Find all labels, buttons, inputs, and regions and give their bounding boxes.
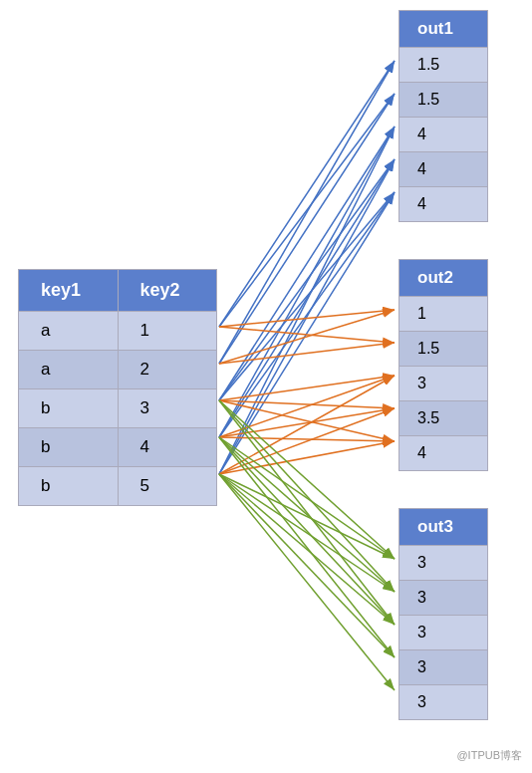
table-row: 4 bbox=[399, 436, 488, 471]
out3-table: out3 3 3 3 3 3 bbox=[399, 508, 488, 720]
table-row: b 3 bbox=[19, 389, 217, 428]
orange-arrow bbox=[219, 310, 395, 364]
orange-arrow bbox=[219, 400, 395, 441]
table-row: 4 bbox=[399, 187, 488, 222]
table-row: 3 bbox=[399, 616, 488, 650]
cell-key1-5: b bbox=[19, 467, 119, 506]
input-table: key1 key2 a 1 a 2 b 3 b 4 b 5 bbox=[18, 269, 217, 506]
out2-row-4: 3.5 bbox=[399, 401, 488, 436]
out3-row-4: 3 bbox=[399, 650, 488, 685]
cell-key1-3: b bbox=[19, 389, 119, 428]
cell-key1-4: b bbox=[19, 428, 119, 467]
blue-arrow bbox=[219, 94, 395, 364]
green-arrow bbox=[219, 400, 395, 559]
cell-key2-4: 4 bbox=[118, 428, 217, 467]
green-arrow bbox=[219, 474, 395, 625]
green-arrow bbox=[219, 474, 395, 657]
out2-row-1: 1 bbox=[399, 297, 488, 332]
blue-arrow bbox=[219, 127, 395, 400]
table-row: 1.5 bbox=[399, 332, 488, 367]
out1-table: out1 1.5 1.5 4 4 4 bbox=[399, 10, 488, 222]
table-row: 4 bbox=[399, 152, 488, 187]
cell-key2-3: 3 bbox=[118, 389, 217, 428]
table-row: 3.5 bbox=[399, 401, 488, 436]
out3-row-2: 3 bbox=[399, 581, 488, 616]
input-header-key1: key1 bbox=[19, 270, 119, 312]
blue-arrow bbox=[219, 192, 395, 437]
out2-row-3: 3 bbox=[399, 367, 488, 401]
cell-key1-1: a bbox=[19, 312, 119, 351]
out1-row-1: 1.5 bbox=[399, 48, 488, 83]
table-row: 1 bbox=[399, 297, 488, 332]
blue-arrow bbox=[219, 61, 395, 364]
out3-row-3: 3 bbox=[399, 616, 488, 650]
out1-row-2: 1.5 bbox=[399, 83, 488, 118]
blue-arrow bbox=[219, 159, 395, 437]
blue-arrow bbox=[219, 94, 395, 327]
green-arrow bbox=[219, 437, 395, 592]
cell-key2-1: 1 bbox=[118, 312, 217, 351]
green-arrow bbox=[219, 400, 395, 592]
table-row: 1.5 bbox=[399, 83, 488, 118]
orange-arrow bbox=[219, 441, 395, 474]
blue-arrow bbox=[219, 159, 395, 474]
orange-arrow bbox=[219, 376, 395, 437]
green-arrow bbox=[219, 474, 395, 690]
table-row: 3 bbox=[399, 685, 488, 720]
table-row: 3 bbox=[399, 581, 488, 616]
orange-arrow bbox=[219, 327, 395, 343]
blue-arrow bbox=[219, 192, 395, 474]
green-arrow bbox=[219, 400, 395, 625]
main-container: key1 key2 a 1 a 2 b 3 b 4 b 5 bbox=[0, 0, 532, 773]
blue-arrow bbox=[219, 127, 395, 474]
out2-table: out2 1 1.5 3 3.5 4 bbox=[399, 259, 488, 471]
cell-key2-2: 2 bbox=[118, 351, 217, 389]
orange-arrow bbox=[219, 408, 395, 474]
table-row: b 5 bbox=[19, 467, 217, 506]
out2-row-2: 1.5 bbox=[399, 332, 488, 367]
cell-key2-5: 5 bbox=[118, 467, 217, 506]
orange-arrow bbox=[219, 437, 395, 441]
table-row: a 2 bbox=[19, 351, 217, 389]
out3-row-1: 3 bbox=[399, 546, 488, 581]
table-row: 4 bbox=[399, 118, 488, 152]
blue-arrow bbox=[219, 192, 395, 400]
input-header-key2: key2 bbox=[118, 270, 217, 312]
orange-arrow bbox=[219, 343, 395, 364]
table-row: a 1 bbox=[19, 312, 217, 351]
green-arrow bbox=[219, 474, 395, 559]
out2-row-5: 4 bbox=[399, 436, 488, 471]
table-row: 3 bbox=[399, 546, 488, 581]
table-row: 3 bbox=[399, 367, 488, 401]
green-arrow bbox=[219, 437, 395, 625]
out1-row-4: 4 bbox=[399, 152, 488, 187]
blue-arrow bbox=[219, 61, 395, 327]
orange-arrow bbox=[219, 376, 395, 474]
blue-arrow bbox=[219, 127, 395, 437]
out2-header: out2 bbox=[399, 260, 488, 297]
green-arrow bbox=[219, 437, 395, 657]
watermark: @ITPUB博客 bbox=[456, 748, 522, 763]
orange-arrow bbox=[219, 400, 395, 408]
table-row: b 4 bbox=[19, 428, 217, 467]
out3-row-5: 3 bbox=[399, 685, 488, 720]
out1-row-3: 4 bbox=[399, 118, 488, 152]
cell-key1-2: a bbox=[19, 351, 119, 389]
out3-header: out3 bbox=[399, 509, 488, 546]
table-row: 1.5 bbox=[399, 48, 488, 83]
orange-arrow bbox=[219, 408, 395, 437]
green-arrow bbox=[219, 474, 395, 592]
blue-arrow bbox=[219, 159, 395, 400]
out1-row-5: 4 bbox=[399, 187, 488, 222]
green-arrow bbox=[219, 437, 395, 559]
table-row: 3 bbox=[399, 650, 488, 685]
orange-arrow bbox=[219, 376, 395, 400]
orange-arrow bbox=[219, 310, 395, 327]
out1-header: out1 bbox=[399, 11, 488, 48]
